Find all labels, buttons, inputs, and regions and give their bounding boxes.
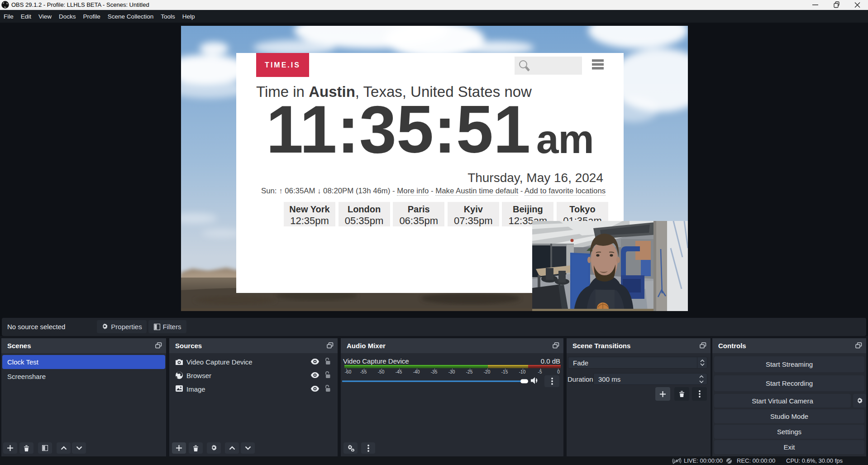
svg-text:-15: -15 <box>501 369 508 374</box>
svg-text:-60: -60 <box>345 369 352 374</box>
svg-text:-55: -55 <box>360 369 367 374</box>
svg-text:-10: -10 <box>519 369 526 374</box>
svg-text:-30: -30 <box>448 369 455 374</box>
svg-text:-40: -40 <box>413 369 420 374</box>
svg-text:0: 0 <box>557 369 560 374</box>
svg-text:-20: -20 <box>484 369 491 374</box>
svg-text:-5: -5 <box>538 369 542 374</box>
svg-text:-35: -35 <box>431 369 438 374</box>
svg-text:-45: -45 <box>396 369 402 374</box>
svg-text:-25: -25 <box>466 369 473 374</box>
svg-text:-50: -50 <box>378 369 385 374</box>
